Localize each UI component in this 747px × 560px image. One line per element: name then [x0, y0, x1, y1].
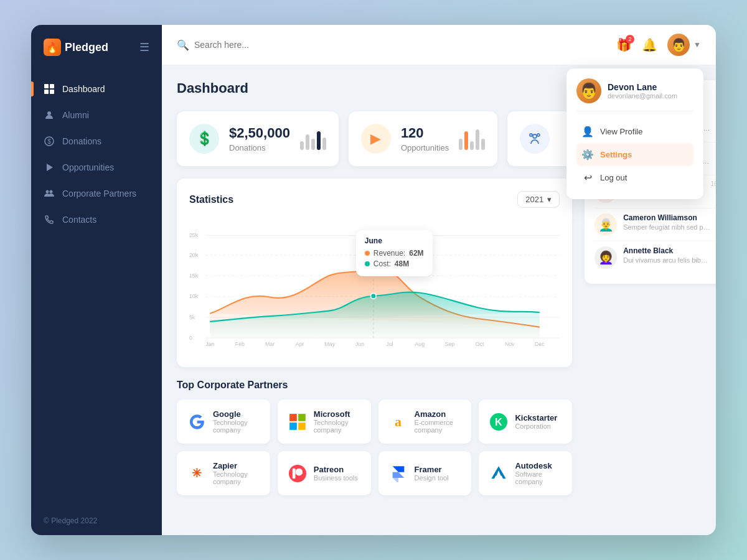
partner-card-google[interactable]: Google Technology company: [177, 399, 270, 444]
sidebar-item-label-alumni: Alumni: [62, 110, 89, 120]
opportunities-mini-chart: [459, 128, 485, 150]
revenue-dot: [365, 251, 370, 256]
dropdown-logout-label: Log out: [600, 173, 627, 182]
mini-bar: [470, 141, 474, 150]
sidebar-item-label-dashboard: Dashboard: [62, 84, 105, 94]
search-bar[interactable]: 🔍: [177, 39, 319, 51]
dropdown-settings-label: Settings: [600, 150, 632, 159]
sidebar-logo: 🔥 Pledged ☰: [31, 25, 162, 70]
year-selector[interactable]: 2021 ▾: [517, 191, 560, 208]
sidebar-item-dashboard[interactable]: Dashboard: [31, 76, 162, 102]
corporate-partners-section: Top Corporate Partners Google Technology…: [177, 380, 572, 495]
sidebar-item-opportunities[interactable]: Opportunities: [31, 154, 162, 180]
svg-text:Oct: Oct: [476, 341, 484, 347]
user-avatar-btn[interactable]: 👨 ▼: [667, 34, 701, 56]
sidebar-item-donations[interactable]: $ Donations: [31, 128, 162, 154]
svg-text:5k: 5k: [189, 314, 195, 320]
conversation-item[interactable]: 👩‍🦱 Annette Black Dui vivamus arcu felis…: [594, 241, 716, 274]
opportunities-stat-label: Opportunities: [401, 143, 449, 152]
donations-stat-value: $2,50,000: [229, 125, 290, 141]
svg-rect-41: [298, 422, 306, 430]
corporate-partners-icon: [44, 188, 55, 199]
svg-rect-1: [50, 84, 54, 88]
partners-section-title: Top Corporate Partners: [177, 380, 572, 391]
sidebar-item-label-opportunities: Opportunities: [62, 162, 114, 172]
partner-card-kickstarter[interactable]: K Kickstarter Corporation: [479, 399, 572, 444]
svg-text:Mar: Mar: [265, 341, 275, 347]
chart-title: Statistics: [189, 194, 233, 205]
dropdown-settings[interactable]: ⚙️ Settings: [576, 143, 693, 166]
svg-point-8: [46, 190, 49, 194]
donations-stat-label: Donations: [229, 143, 290, 152]
tooltip-revenue-row: Revenue: 62M: [365, 249, 424, 258]
conv-msg: Dui vivamus arcu felis bibendum: [623, 256, 710, 264]
sidebar-item-alumni[interactable]: Alumni: [31, 102, 162, 128]
sidebar-item-contacts[interactable]: Contacts: [31, 207, 162, 233]
svg-text:10k: 10k: [189, 293, 199, 299]
svg-text:Nov: Nov: [505, 341, 515, 347]
partner-card-microsoft[interactable]: Microsoft Technology company: [278, 399, 371, 444]
stat-card-opportunities: ▶ 120 Opportunities: [349, 111, 497, 166]
partners-grid: Google Technology company Microsoft Tech…: [177, 399, 572, 495]
partner-logo-microsoft: [288, 412, 308, 432]
partner-logo-framer: [388, 464, 408, 483]
sidebar: 🔥 Pledged ☰ Dashboard Alumni $: [31, 25, 162, 535]
svg-marker-51: [392, 478, 398, 482]
content-left: Dashboard 💲 $2,50,000 Donations: [177, 80, 572, 520]
bell-notification-btn[interactable]: 🔔: [642, 37, 657, 52]
copyright-text: © Pledged 2022: [44, 516, 97, 525]
opportunities-icon: [44, 162, 55, 173]
svg-point-12: [530, 134, 532, 136]
year-chevron-icon: ▾: [547, 195, 552, 204]
partner-type-google: Technology company: [213, 419, 260, 434]
conversation-item[interactable]: 👨‍🦳 Cameron Williamson Semper feugiat ni…: [594, 208, 716, 241]
dropdown-logout[interactable]: ↩ Log out: [576, 166, 693, 189]
dropdown-user-email: devonlane@gmail.com: [608, 92, 677, 100]
partner-name-amazon: Amazon: [415, 409, 462, 419]
settings-icon: ⚙️: [581, 149, 594, 161]
sidebar-item-label-corporate-partners: Corporate Partners: [62, 189, 136, 198]
partner-card-amazon[interactable]: a Amazon E-commerce company: [378, 399, 472, 444]
notification-badge: 2: [626, 35, 634, 44]
chart-header: Statistics 2021 ▾: [189, 191, 560, 208]
partner-logo-zapier: ✳: [187, 464, 207, 483]
revenue-value: 62M: [409, 249, 423, 258]
sidebar-item-corporate-partners[interactable]: Corporate Partners: [31, 180, 162, 207]
partner-name-google: Google: [213, 409, 260, 419]
header-actions: 🎁 2 🔔 👨 ▼: [616, 34, 701, 56]
donations-mini-chart: [300, 128, 326, 150]
page-title: Dashboard: [177, 80, 572, 96]
tooltip-month: June: [365, 236, 424, 245]
svg-rect-2: [44, 90, 49, 94]
mini-bar: [311, 139, 315, 150]
donations-stat-icon: 💲: [189, 124, 219, 154]
partner-card-autodesk[interactable]: Autodesk Software company: [479, 451, 572, 495]
header: 🔍 🎁 2 🔔 👨 ▼ 👨: [162, 25, 716, 65]
partner-name-zapier: Zapier: [213, 461, 260, 470]
conv-name: Cameron Williamson: [623, 213, 710, 222]
svg-text:Jan: Jan: [205, 341, 214, 347]
selected-year: 2021: [525, 195, 543, 204]
user-dropdown: 👨 Devon Lane devonlane@gmail.com 👤 View …: [566, 68, 703, 199]
dropdown-user-name: Devon Lane: [608, 82, 677, 92]
gift-notification-btn[interactable]: 🎁 2: [616, 37, 632, 52]
hamburger-menu[interactable]: ☰: [139, 40, 149, 54]
dropdown-view-profile-label: View Profile: [600, 127, 642, 136]
search-input[interactable]: [194, 40, 319, 50]
dropdown-view-profile[interactable]: 👤 View Profile: [576, 120, 693, 143]
sidebar-footer: © Pledged 2022: [31, 506, 162, 535]
partner-card-zapier[interactable]: ✳ Zapier Technology company: [177, 451, 270, 495]
partner-logo-kickstarter: K: [489, 412, 509, 432]
svg-text:✳: ✳: [192, 466, 202, 479]
conv-name: Annette Black: [623, 246, 710, 255]
partner-type-microsoft: Technology company: [314, 419, 361, 434]
conv-avatar: 👩‍🦱: [594, 246, 617, 269]
opportunities-stat-content: 120 Opportunities: [401, 125, 449, 152]
dropdown-avatar: 👨: [576, 78, 601, 103]
cost-dot: [365, 261, 370, 266]
partner-card-framer[interactable]: Framer Design tool: [378, 451, 472, 495]
partner-card-patreon[interactable]: Patreon Business tools: [278, 451, 371, 495]
sidebar-item-label-donations: Donations: [62, 136, 101, 146]
conv-msg: Semper feugiat nibh sed pulvinar: [623, 223, 710, 231]
svg-text:Dec: Dec: [535, 341, 545, 347]
